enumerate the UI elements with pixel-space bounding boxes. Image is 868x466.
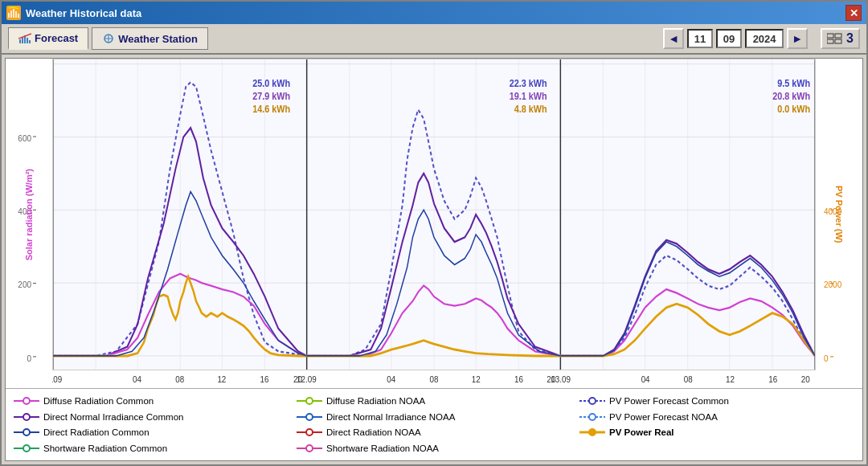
tab-weather-station-label: Weather Station xyxy=(118,33,198,45)
legend-direct-normal-common[interactable]: Direct Normal Irradiance Common xyxy=(14,410,289,424)
y-axis-right: 0 2000 4000 PV Power (W) xyxy=(816,59,862,370)
svg-rect-3 xyxy=(15,11,17,18)
next-button[interactable]: ► xyxy=(787,28,808,49)
svg-text:16: 16 xyxy=(768,375,777,384)
svg-text:12.09: 12.09 xyxy=(297,375,317,384)
svg-rect-16 xyxy=(827,39,833,43)
prev-button[interactable]: ◄ xyxy=(663,28,684,49)
view-num: 3 xyxy=(846,31,854,46)
app-icon xyxy=(6,6,21,20)
view-selector[interactable]: 3 xyxy=(821,28,860,49)
svg-text:200: 200 xyxy=(18,280,31,290)
legend-pv-forecast-common[interactable]: PV Power Forecast Common xyxy=(579,394,854,408)
svg-text:08: 08 xyxy=(430,375,439,384)
svg-text:12: 12 xyxy=(726,375,735,384)
svg-point-99 xyxy=(306,429,313,435)
svg-text:04: 04 xyxy=(641,375,650,384)
svg-text:04: 04 xyxy=(387,375,395,384)
svg-rect-2 xyxy=(13,9,14,18)
legend-diffuse-common[interactable]: Diffuse Radiation Common xyxy=(14,394,289,408)
tab-bar: Forecast Weather Station ◄ ► xyxy=(2,24,866,55)
y-axis-left: 0 200 400 600 Solar radiation (W/m²) xyxy=(6,59,52,370)
svg-rect-9 xyxy=(29,40,31,43)
year-input[interactable] xyxy=(745,29,784,48)
svg-text:20: 20 xyxy=(801,375,810,384)
svg-rect-15 xyxy=(835,34,841,38)
y-axis-left-label: Solar radiation (W/m²) xyxy=(24,169,34,260)
svg-text:14.6 kWh: 14.6 kWh xyxy=(252,103,290,114)
svg-text:0.0 kWh: 0.0 kWh xyxy=(777,103,810,114)
x-axis: 11.09 04 08 12 16 20 12.09 04 08 12 16 2… xyxy=(52,370,816,388)
legend-direct-noaa[interactable]: Direct Radiation NOAA xyxy=(297,426,571,440)
svg-point-91 xyxy=(23,414,30,420)
svg-point-97 xyxy=(23,429,30,435)
svg-point-95 xyxy=(589,414,596,420)
svg-text:0: 0 xyxy=(824,353,829,363)
svg-text:4000: 4000 xyxy=(824,206,841,216)
svg-text:2000: 2000 xyxy=(824,280,841,290)
svg-text:08: 08 xyxy=(175,375,184,384)
legend-diffuse-noaa[interactable]: Diffuse Radiation NOAA xyxy=(297,394,571,408)
svg-text:08: 08 xyxy=(684,375,693,384)
weather-station-icon xyxy=(102,32,115,45)
svg-text:04: 04 xyxy=(133,375,141,384)
svg-text:16: 16 xyxy=(514,375,523,384)
svg-text:11.09: 11.09 xyxy=(52,375,63,384)
svg-text:22.3 kWh: 22.3 kWh xyxy=(510,77,547,88)
legend-direct-normal-noaa[interactable]: Direct Normal Irradiance NOAA xyxy=(297,410,571,424)
legend-shortwave-noaa[interactable]: Shortware Radiation NOAA xyxy=(297,441,571,456)
svg-rect-17 xyxy=(835,39,841,43)
svg-text:4.8 kWh: 4.8 kWh xyxy=(514,103,547,114)
chart-area: 25.0 kWh 27.9 kWh 14.6 kWh 22.3 kWh 19.1… xyxy=(52,59,816,370)
tab-forecast[interactable]: Forecast xyxy=(8,27,88,50)
nav-controls: ◄ ► 3 xyxy=(663,28,860,49)
svg-text:12: 12 xyxy=(217,375,226,384)
svg-text:27.9 kWh: 27.9 kWh xyxy=(252,90,290,101)
svg-rect-14 xyxy=(827,34,833,38)
svg-point-87 xyxy=(306,398,313,404)
month-input[interactable] xyxy=(687,29,713,48)
svg-text:12: 12 xyxy=(472,375,481,384)
day-input[interactable] xyxy=(716,29,742,48)
svg-rect-4 xyxy=(18,14,19,18)
svg-text:0: 0 xyxy=(27,353,31,363)
chart-container: 0 200 400 600 Solar radiation (W/m²) xyxy=(5,58,863,461)
svg-rect-1 xyxy=(10,10,12,18)
svg-point-89 xyxy=(589,398,596,404)
svg-text:9.5 kWh: 9.5 kWh xyxy=(777,77,810,88)
main-window: Weather Historical data ✕ Forecast xyxy=(0,0,868,466)
svg-rect-6 xyxy=(22,37,23,43)
svg-rect-5 xyxy=(19,39,21,43)
title-bar: Weather Historical data ✕ xyxy=(2,2,866,24)
svg-rect-0 xyxy=(8,13,10,18)
close-button[interactable]: ✕ xyxy=(845,5,862,21)
legend-pv-forecast-noaa[interactable]: PV Power Forecast NOAA xyxy=(579,410,854,424)
svg-text:16: 16 xyxy=(260,375,269,384)
svg-point-103 xyxy=(23,445,30,452)
svg-point-93 xyxy=(306,414,313,420)
svg-text:19.1 kWh: 19.1 kWh xyxy=(510,90,547,101)
legend-direct-common[interactable]: Direct Radiation Common xyxy=(14,426,289,440)
svg-text:20.8 kWh: 20.8 kWh xyxy=(772,90,810,101)
window-title: Weather Historical data xyxy=(26,7,141,19)
svg-text:25.0 kWh: 25.0 kWh xyxy=(252,77,290,88)
chart-main: 0 200 400 600 Solar radiation (W/m²) xyxy=(6,59,862,370)
svg-point-85 xyxy=(23,398,30,404)
legend: Diffuse Radiation Common Diffuse Radiati… xyxy=(6,388,862,460)
svg-point-105 xyxy=(306,445,313,452)
tab-weather-station[interactable]: Weather Station xyxy=(92,27,208,50)
tab-forecast-label: Forecast xyxy=(35,32,78,44)
forecast-icon xyxy=(18,32,31,45)
svg-text:13.09: 13.09 xyxy=(551,375,571,384)
legend-shortwave-common[interactable]: Shortware Radiation Common xyxy=(14,441,289,456)
svg-point-101 xyxy=(589,429,596,435)
svg-text:600: 600 xyxy=(18,133,31,143)
svg-rect-8 xyxy=(27,38,28,43)
legend-pv-power-real[interactable]: PV Power Real xyxy=(579,426,854,440)
